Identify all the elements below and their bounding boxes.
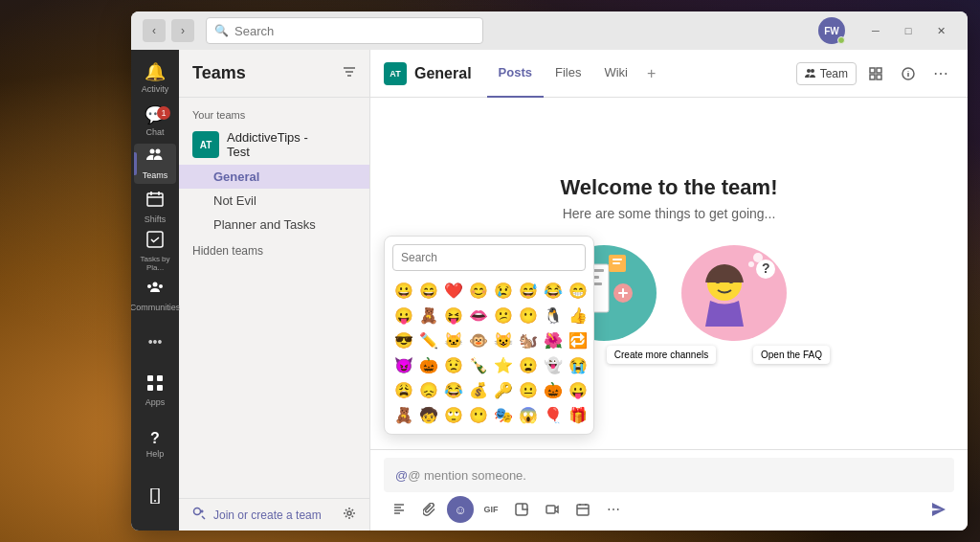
tab-files[interactable]: Files — [544, 50, 592, 98]
emoji-item[interactable]: 😀 — [392, 279, 415, 302]
emoji-item[interactable]: 😊 — [467, 279, 490, 302]
emoji-item[interactable]: 🎁 — [567, 403, 590, 426]
emoji-item[interactable]: 😝 — [442, 304, 465, 327]
expand-button[interactable] — [862, 60, 889, 87]
emoji-item[interactable]: 😞 — [417, 378, 440, 401]
emoji-item[interactable]: 👻 — [542, 353, 565, 376]
emoji-item[interactable]: 🎃 — [417, 353, 440, 376]
search-bar[interactable]: 🔍 — [206, 17, 483, 44]
phone-icon — [147, 488, 163, 508]
emoji-item[interactable]: 😶 — [517, 304, 540, 327]
format-button[interactable] — [386, 496, 412, 523]
sidebar-item-communities[interactable]: Communities — [134, 276, 176, 315]
channel-general[interactable]: General — [179, 165, 369, 189]
emoji-item[interactable]: 😐 — [517, 378, 540, 401]
emoji-item[interactable]: 🎈 — [542, 403, 565, 426]
tab-posts[interactable]: Posts — [487, 50, 544, 98]
emoji-item[interactable]: 🧸 — [392, 403, 415, 426]
emoji-item[interactable]: ❤️ — [442, 279, 465, 302]
open-faq-button[interactable]: Open the FAQ — [753, 346, 830, 364]
emoji-item[interactable]: 😁 — [567, 279, 590, 302]
meet-button[interactable] — [539, 496, 566, 523]
channel-area: AT General Posts Files Wiki + Team — [370, 50, 968, 531]
schedule-button[interactable] — [569, 496, 596, 523]
emoji-item[interactable]: 😱 — [517, 403, 540, 426]
send-button[interactable] — [925, 496, 952, 523]
close-button[interactable]: ✕ — [925, 17, 956, 44]
emoji-item[interactable]: 😅 — [517, 279, 540, 302]
sidebar-item-more[interactable]: ••• — [134, 323, 176, 362]
settings-icon[interactable] — [343, 507, 356, 523]
nav-forward-button[interactable]: › — [171, 19, 194, 42]
create-channels-button[interactable]: Create more channels — [607, 346, 716, 364]
emoji-item[interactable]: 😄 — [417, 279, 440, 302]
emoji-item[interactable]: 🐧 — [542, 304, 565, 327]
emoji-item[interactable]: 😺 — [492, 328, 515, 351]
channel-planner-tasks[interactable]: Planner and Tasks — [179, 213, 369, 237]
emoji-item[interactable]: 🍾 — [467, 353, 490, 376]
channel-not-evil[interactable]: Not Evil — [179, 189, 369, 213]
emoji-item[interactable]: 😂 — [542, 279, 565, 302]
teams-footer: Join or create a team — [179, 498, 369, 531]
sidebar-item-shifts[interactable]: Shifts — [134, 188, 176, 227]
avatar[interactable]: FW — [818, 17, 845, 44]
emoji-item[interactable]: 😛 — [392, 304, 415, 327]
gif-button[interactable]: GIF — [478, 496, 504, 523]
sidebar-item-tasks[interactable]: Tasks by Pla... — [134, 231, 176, 272]
emoji-item[interactable]: 🎃 — [542, 378, 565, 401]
emoji-item[interactable]: 🎭 — [492, 403, 515, 426]
channel-more-button[interactable]: ⋯ — [927, 60, 954, 87]
emoji-item[interactable]: 😟 — [442, 353, 465, 376]
join-create-icon — [192, 507, 206, 523]
sidebar-item-chat[interactable]: 1 💬 Chat — [134, 101, 176, 140]
emoji-item[interactable]: 😎 — [392, 328, 415, 351]
emoji-item[interactable]: 🐱 — [442, 328, 465, 351]
hidden-teams[interactable]: Hidden teams — [179, 237, 369, 265]
emoji-item[interactable]: 🐿️ — [517, 328, 540, 351]
emoji-item[interactable]: 👍 — [567, 304, 590, 327]
emoji-item[interactable]: 🧒 — [417, 403, 440, 426]
emoji-item[interactable]: 🙄 — [442, 403, 465, 426]
join-create-text[interactable]: Join or create a team — [213, 508, 322, 522]
sidebar-item-phone[interactable] — [134, 473, 176, 523]
more-tools-button[interactable]: ⋯ — [600, 496, 627, 523]
sidebar-item-activity[interactable]: 🔔 Activity — [134, 57, 176, 97]
sticker-button[interactable] — [508, 496, 535, 523]
status-dot — [837, 36, 845, 44]
emoji-button[interactable]: ☺ — [447, 496, 474, 523]
message-input[interactable]: @ @ mention someone. — [384, 458, 954, 492]
emoji-item[interactable]: 😛 — [567, 378, 590, 401]
emoji-item[interactable]: 🔑 — [492, 378, 515, 401]
emoji-item[interactable]: 🐵 — [467, 328, 490, 351]
tab-wiki[interactable]: Wiki — [592, 50, 639, 98]
team-addictive-tips[interactable]: AT AddictiveTips - Test ••• — [179, 124, 369, 165]
emoji-item[interactable]: 😭 — [567, 353, 590, 376]
emoji-item[interactable]: 😦 — [517, 353, 540, 376]
nav-back-button[interactable]: ‹ — [143, 19, 166, 42]
sidebar-item-apps[interactable]: Apps — [134, 366, 176, 416]
filter-icon[interactable] — [343, 65, 356, 81]
sidebar-item-help[interactable]: ? Help — [134, 419, 176, 469]
emoji-item[interactable]: 😕 — [492, 304, 515, 327]
emoji-item[interactable]: 😂 — [442, 378, 465, 401]
emoji-item[interactable]: 💰 — [467, 378, 490, 401]
emoji-item[interactable]: 🔁 — [567, 328, 590, 351]
emoji-item[interactable]: 🌺 — [542, 328, 565, 351]
info-button[interactable] — [895, 60, 922, 87]
emoji-item[interactable]: 😢 — [492, 279, 515, 302]
search-input[interactable] — [234, 24, 475, 38]
emoji-item[interactable]: 😩 — [392, 378, 415, 401]
emoji-search-input[interactable] — [392, 244, 586, 271]
team-button[interactable]: Team — [796, 62, 857, 85]
sidebar-item-teams[interactable]: Teams — [134, 144, 176, 183]
restore-button[interactable]: □ — [893, 17, 924, 44]
tab-add-button[interactable]: + — [639, 50, 663, 98]
emoji-item[interactable]: 🧸 — [417, 304, 440, 327]
emoji-item[interactable]: ⭐ — [492, 353, 515, 376]
emoji-item[interactable]: 😶 — [467, 403, 490, 426]
attach-button[interactable] — [416, 496, 443, 523]
emoji-item[interactable]: ✏️ — [417, 328, 440, 351]
emoji-item[interactable]: 👄 — [467, 304, 490, 327]
emoji-item[interactable]: 😈 — [392, 353, 415, 376]
minimize-button[interactable]: ─ — [860, 17, 891, 44]
